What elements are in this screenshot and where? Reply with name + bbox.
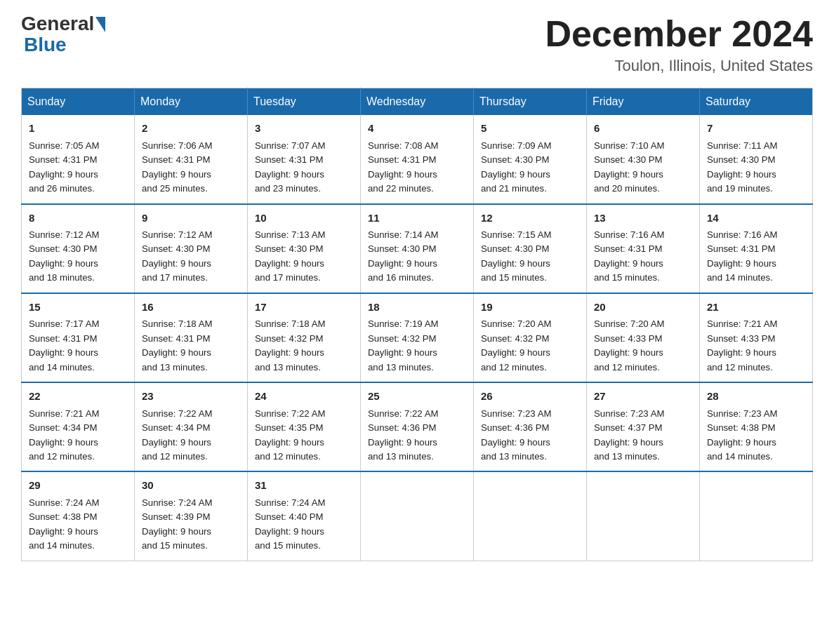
header-tuesday: Tuesday bbox=[248, 88, 361, 116]
table-row: 11 Sunrise: 7:14 AMSunset: 4:30 PMDaylig… bbox=[361, 204, 474, 293]
table-row: 1 Sunrise: 7:05 AMSunset: 4:31 PMDayligh… bbox=[22, 115, 135, 203]
day-info: Sunrise: 7:10 AMSunset: 4:30 PMDaylight:… bbox=[594, 140, 664, 194]
table-row: 29 Sunrise: 7:24 AMSunset: 4:38 PMDaylig… bbox=[22, 471, 135, 561]
day-info: Sunrise: 7:20 AMSunset: 4:32 PMDaylight:… bbox=[481, 318, 551, 372]
table-row: 9 Sunrise: 7:12 AMSunset: 4:30 PMDayligh… bbox=[135, 204, 248, 293]
day-number: 29 bbox=[29, 478, 127, 494]
header-thursday: Thursday bbox=[474, 88, 587, 116]
month-title: December 2024 bbox=[545, 14, 813, 54]
table-row: 7 Sunrise: 7:11 AMSunset: 4:30 PMDayligh… bbox=[700, 115, 813, 203]
day-number: 14 bbox=[707, 210, 805, 227]
day-info: Sunrise: 7:12 AMSunset: 4:30 PMDaylight:… bbox=[142, 229, 212, 283]
day-number: 23 bbox=[142, 389, 240, 405]
day-number: 3 bbox=[255, 121, 353, 137]
day-info: Sunrise: 7:20 AMSunset: 4:33 PMDaylight:… bbox=[594, 318, 664, 372]
calendar-week-row: 29 Sunrise: 7:24 AMSunset: 4:38 PMDaylig… bbox=[22, 471, 813, 561]
day-number: 5 bbox=[481, 121, 579, 137]
calendar-week-row: 8 Sunrise: 7:12 AMSunset: 4:30 PMDayligh… bbox=[22, 204, 813, 293]
calendar-week-row: 22 Sunrise: 7:21 AMSunset: 4:34 PMDaylig… bbox=[22, 382, 813, 471]
day-info: Sunrise: 7:07 AMSunset: 4:31 PMDaylight:… bbox=[255, 140, 325, 194]
day-info: Sunrise: 7:06 AMSunset: 4:31 PMDaylight:… bbox=[142, 140, 212, 194]
logo-triangle-icon bbox=[95, 17, 105, 32]
day-info: Sunrise: 7:23 AMSunset: 4:36 PMDaylight:… bbox=[481, 408, 551, 462]
table-row: 26 Sunrise: 7:23 AMSunset: 4:36 PMDaylig… bbox=[474, 382, 587, 471]
day-info: Sunrise: 7:24 AMSunset: 4:39 PMDaylight:… bbox=[142, 497, 212, 551]
header-monday: Monday bbox=[135, 88, 248, 116]
table-row: 12 Sunrise: 7:15 AMSunset: 4:30 PMDaylig… bbox=[474, 204, 587, 293]
day-info: Sunrise: 7:23 AMSunset: 4:38 PMDaylight:… bbox=[707, 408, 777, 462]
table-row: 17 Sunrise: 7:18 AMSunset: 4:32 PMDaylig… bbox=[248, 293, 361, 382]
header-friday: Friday bbox=[587, 88, 700, 116]
table-row: 4 Sunrise: 7:08 AMSunset: 4:31 PMDayligh… bbox=[361, 115, 474, 203]
day-number: 21 bbox=[707, 300, 805, 316]
day-number: 20 bbox=[594, 300, 692, 316]
day-info: Sunrise: 7:15 AMSunset: 4:30 PMDaylight:… bbox=[481, 229, 551, 283]
day-number: 7 bbox=[707, 121, 805, 137]
day-number: 2 bbox=[142, 121, 240, 137]
day-info: Sunrise: 7:17 AMSunset: 4:31 PMDaylight:… bbox=[29, 318, 99, 372]
header-wednesday: Wednesday bbox=[361, 88, 474, 116]
day-number: 6 bbox=[594, 121, 692, 137]
day-info: Sunrise: 7:24 AMSunset: 4:40 PMDaylight:… bbox=[255, 497, 325, 551]
table-row bbox=[474, 471, 587, 561]
table-row: 20 Sunrise: 7:20 AMSunset: 4:33 PMDaylig… bbox=[587, 293, 700, 382]
table-row bbox=[587, 471, 700, 561]
day-number: 15 bbox=[29, 300, 127, 316]
day-number: 19 bbox=[481, 300, 579, 316]
day-number: 18 bbox=[368, 300, 466, 316]
header-saturday: Saturday bbox=[700, 88, 813, 116]
day-info: Sunrise: 7:22 AMSunset: 4:34 PMDaylight:… bbox=[142, 408, 212, 462]
title-area: December 2024 Toulon, Illinois, United S… bbox=[545, 14, 813, 75]
day-info: Sunrise: 7:23 AMSunset: 4:37 PMDaylight:… bbox=[594, 408, 664, 462]
table-row: 23 Sunrise: 7:22 AMSunset: 4:34 PMDaylig… bbox=[135, 382, 248, 471]
day-info: Sunrise: 7:11 AMSunset: 4:30 PMDaylight:… bbox=[707, 140, 777, 194]
logo-blue-text: Blue bbox=[24, 34, 67, 55]
table-row: 31 Sunrise: 7:24 AMSunset: 4:40 PMDaylig… bbox=[248, 471, 361, 561]
day-info: Sunrise: 7:24 AMSunset: 4:38 PMDaylight:… bbox=[29, 497, 99, 551]
day-number: 4 bbox=[368, 121, 466, 137]
table-row: 8 Sunrise: 7:12 AMSunset: 4:30 PMDayligh… bbox=[22, 204, 135, 293]
logo-area: General Blue bbox=[21, 14, 107, 56]
day-info: Sunrise: 7:14 AMSunset: 4:30 PMDaylight:… bbox=[368, 229, 438, 283]
table-row: 19 Sunrise: 7:20 AMSunset: 4:32 PMDaylig… bbox=[474, 293, 587, 382]
day-number: 11 bbox=[368, 210, 466, 227]
day-info: Sunrise: 7:09 AMSunset: 4:30 PMDaylight:… bbox=[481, 140, 551, 194]
day-number: 26 bbox=[481, 389, 579, 405]
day-number: 30 bbox=[142, 478, 240, 494]
table-row: 30 Sunrise: 7:24 AMSunset: 4:39 PMDaylig… bbox=[135, 471, 248, 561]
day-number: 1 bbox=[29, 121, 127, 137]
day-number: 16 bbox=[142, 300, 240, 316]
location-title: Toulon, Illinois, United States bbox=[545, 57, 813, 75]
day-info: Sunrise: 7:16 AMSunset: 4:31 PMDaylight:… bbox=[594, 229, 664, 283]
calendar-week-row: 1 Sunrise: 7:05 AMSunset: 4:31 PMDayligh… bbox=[22, 115, 813, 203]
page-header: General Blue December 2024 Toulon, Illin… bbox=[21, 14, 813, 75]
day-number: 27 bbox=[594, 389, 692, 405]
day-number: 22 bbox=[29, 389, 127, 405]
day-info: Sunrise: 7:08 AMSunset: 4:31 PMDaylight:… bbox=[368, 140, 438, 194]
table-row: 14 Sunrise: 7:16 AMSunset: 4:31 PMDaylig… bbox=[700, 204, 813, 293]
day-info: Sunrise: 7:18 AMSunset: 4:31 PMDaylight:… bbox=[142, 318, 212, 372]
calendar-table: Sunday Monday Tuesday Wednesday Thursday… bbox=[21, 88, 813, 561]
day-info: Sunrise: 7:05 AMSunset: 4:31 PMDaylight:… bbox=[29, 140, 99, 194]
day-number: 8 bbox=[29, 210, 127, 227]
day-info: Sunrise: 7:16 AMSunset: 4:31 PMDaylight:… bbox=[707, 229, 777, 283]
logo: General bbox=[21, 14, 107, 34]
table-row: 13 Sunrise: 7:16 AMSunset: 4:31 PMDaylig… bbox=[587, 204, 700, 293]
day-number: 12 bbox=[481, 210, 579, 227]
day-info: Sunrise: 7:19 AMSunset: 4:32 PMDaylight:… bbox=[368, 318, 438, 372]
table-row: 28 Sunrise: 7:23 AMSunset: 4:38 PMDaylig… bbox=[700, 382, 813, 471]
table-row: 3 Sunrise: 7:07 AMSunset: 4:31 PMDayligh… bbox=[248, 115, 361, 203]
table-row: 5 Sunrise: 7:09 AMSunset: 4:30 PMDayligh… bbox=[474, 115, 587, 203]
day-info: Sunrise: 7:18 AMSunset: 4:32 PMDaylight:… bbox=[255, 318, 325, 372]
table-row: 10 Sunrise: 7:13 AMSunset: 4:30 PMDaylig… bbox=[248, 204, 361, 293]
table-row: 27 Sunrise: 7:23 AMSunset: 4:37 PMDaylig… bbox=[587, 382, 700, 471]
table-row: 2 Sunrise: 7:06 AMSunset: 4:31 PMDayligh… bbox=[135, 115, 248, 203]
header-sunday: Sunday bbox=[22, 88, 135, 116]
table-row: 18 Sunrise: 7:19 AMSunset: 4:32 PMDaylig… bbox=[361, 293, 474, 382]
table-row: 22 Sunrise: 7:21 AMSunset: 4:34 PMDaylig… bbox=[22, 382, 135, 471]
day-info: Sunrise: 7:21 AMSunset: 4:34 PMDaylight:… bbox=[29, 408, 99, 462]
table-row: 16 Sunrise: 7:18 AMSunset: 4:31 PMDaylig… bbox=[135, 293, 248, 382]
day-number: 13 bbox=[594, 210, 692, 227]
table-row bbox=[361, 471, 474, 561]
table-row: 21 Sunrise: 7:21 AMSunset: 4:33 PMDaylig… bbox=[700, 293, 813, 382]
